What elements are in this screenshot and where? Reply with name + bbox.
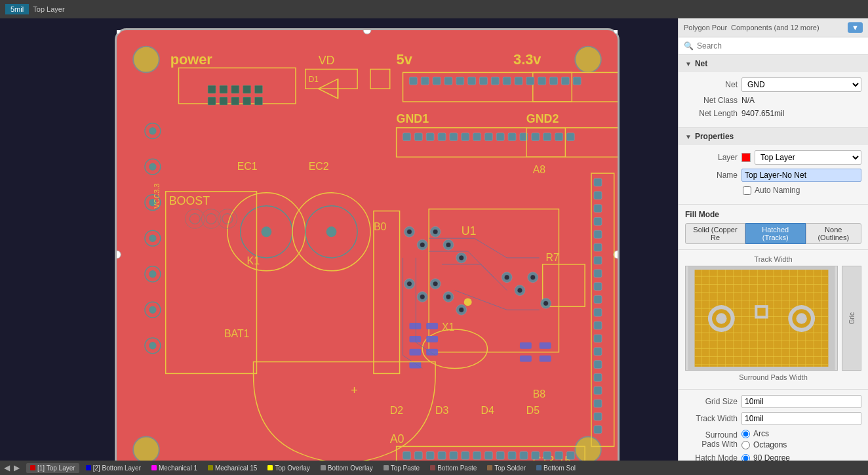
- svg-rect-173: [540, 342, 551, 349]
- search-icon: 🔍: [684, 41, 694, 51]
- svg-text:A8: A8: [533, 164, 546, 175]
- svg-point-178: [201, 209, 221, 229]
- properties-section-header[interactable]: ▼ Properties: [679, 128, 868, 145]
- svg-point-159: [517, 288, 523, 293]
- layer-tab-top-overlay[interactable]: Top Overlay: [264, 463, 313, 473]
- svg-rect-45: [473, 133, 481, 141]
- net-select[interactable]: GND: [741, 77, 861, 92]
- svg-rect-127: [473, 451, 481, 459]
- svg-rect-168: [426, 323, 438, 329]
- svg-text:GND2: GND2: [526, 112, 559, 125]
- net-section-label: Net: [695, 59, 707, 68]
- layer-tab-bottom-sol[interactable]: Bottom Sol: [532, 463, 580, 473]
- layer-field-label: Layer: [685, 153, 738, 162]
- svg-text:EC1: EC1: [237, 161, 258, 172]
- svg-rect-52: [555, 133, 562, 141]
- svg-text:D2: D2: [390, 405, 403, 416]
- bottom-paste-dot: [430, 465, 435, 470]
- layer-info-badge: 5mil: [5, 4, 29, 14]
- grid-size-input[interactable]: [741, 395, 861, 408]
- svg-text:EC2: EC2: [309, 161, 329, 172]
- track-width-field-label: Track Width: [685, 414, 738, 423]
- layer-select[interactable]: Top Layer: [755, 150, 861, 165]
- track-width-input[interactable]: [741, 412, 861, 425]
- arcs-radio[interactable]: [741, 430, 750, 438]
- svg-rect-28: [491, 77, 499, 85]
- svg-text:D4: D4: [481, 405, 494, 416]
- grid-size-row: Grid Size: [685, 395, 861, 408]
- net-section-body: Net GND Net Class N/A Net Length 9407.65…: [679, 72, 868, 127]
- svg-rect-133: [543, 451, 551, 459]
- nav-arrows: ◀ ▶: [3, 463, 21, 472]
- arcs-label: Arcs: [753, 429, 769, 438]
- svg-rect-170: [426, 349, 438, 356]
- svg-rect-35: [573, 77, 581, 85]
- svg-rect-97: [594, 335, 602, 342]
- svg-rect-38: [397, 128, 566, 157]
- layer-tab-top-paste[interactable]: Top Paste: [380, 463, 424, 473]
- svg-point-157: [504, 275, 509, 280]
- layer-tab-mech1[interactable]: Mechanical 1: [148, 463, 201, 473]
- svg-point-9: [614, 30, 618, 34]
- svg-rect-182: [208, 85, 216, 93]
- svg-text:VD: VD: [319, 54, 335, 67]
- svg-rect-171: [520, 342, 532, 349]
- layer-tab-top-solder[interactable]: Top Solder: [483, 463, 530, 473]
- svg-point-68: [149, 342, 156, 349]
- octagons-radio[interactable]: [741, 441, 750, 449]
- nav-right-arrow[interactable]: ▶: [12, 463, 21, 472]
- layer-tab-top[interactable]: [1] Top Layer: [26, 463, 79, 473]
- layer-tab-mech15[interactable]: Mechanical 15: [204, 463, 261, 473]
- nav-left-arrow[interactable]: ◀: [3, 463, 11, 472]
- top-bar: 5mil Top Layer: [0, 0, 868, 18]
- fill-btn-solid[interactable]: Solid (Copper Re: [685, 223, 745, 244]
- svg-point-179: [206, 214, 216, 224]
- svg-rect-125: [450, 451, 458, 459]
- auto-naming-checkbox[interactable]: [743, 186, 751, 195]
- surround-pads-width-label: Surround Pads Width: [685, 373, 861, 381]
- search-input[interactable]: [697, 41, 863, 51]
- svg-point-163: [543, 300, 549, 306]
- mech1-layer-label: Mechanical 1: [159, 465, 197, 472]
- svg-point-66: [149, 306, 156, 313]
- svg-rect-183: [220, 85, 227, 93]
- svg-rect-33: [550, 77, 558, 85]
- panel-header-components: Components (and 12 more): [731, 24, 819, 31]
- svg-rect-31: [526, 77, 534, 85]
- pcb-board: power VD 5v 3.3v: [115, 28, 620, 461]
- bottom-layer-dot: [86, 465, 91, 470]
- net-section-header[interactable]: ▼ Net: [679, 55, 868, 72]
- fill-btn-hatched[interactable]: Hatched (Tracks): [745, 223, 806, 244]
- 90-degree-radio-row: 90 Degree: [741, 453, 790, 461]
- svg-rect-27: [479, 77, 487, 85]
- svg-rect-104: [594, 426, 602, 434]
- top-solder-dot: [487, 465, 492, 470]
- pcb-canvas[interactable]: power VD 5v 3.3v: [0, 18, 678, 461]
- mech15-layer-dot: [208, 465, 213, 470]
- svg-rect-164: [409, 323, 421, 329]
- filter-button[interactable]: ▼: [848, 22, 863, 33]
- svg-rect-87: [594, 205, 602, 213]
- svg-text:3.3v: 3.3v: [513, 51, 542, 68]
- top-overlay-dot: [267, 465, 273, 470]
- layer-tab-bottom-paste[interactable]: Bottom Paste: [426, 463, 481, 473]
- layer-tab-bottom[interactable]: [2] Bottom Layer: [82, 463, 145, 473]
- svg-point-143: [446, 242, 451, 247]
- name-input[interactable]: [741, 169, 861, 182]
- net-field-label: Net: [685, 80, 738, 89]
- svg-point-0: [133, 47, 159, 73]
- svg-text:R7: R7: [546, 252, 559, 263]
- svg-point-4: [363, 30, 371, 34]
- fill-btn-none[interactable]: None (Outlines): [806, 223, 862, 244]
- octagons-radio-row: Octagons: [741, 440, 787, 449]
- layer-tab-bottom-overlay[interactable]: Bottom Overlay: [317, 463, 377, 473]
- hatch-mode-radio-group: 90 Degree: [741, 453, 790, 461]
- svg-point-137: [406, 229, 412, 234]
- svg-rect-44: [462, 133, 469, 141]
- 90-degree-radio[interactable]: [741, 454, 750, 461]
- top-overlay-label: Top Overlay: [275, 465, 309, 472]
- svg-rect-188: [220, 97, 227, 105]
- svg-text:K1: K1: [247, 255, 260, 266]
- svg-rect-89: [594, 230, 602, 238]
- mech1-layer-dot: [151, 465, 157, 470]
